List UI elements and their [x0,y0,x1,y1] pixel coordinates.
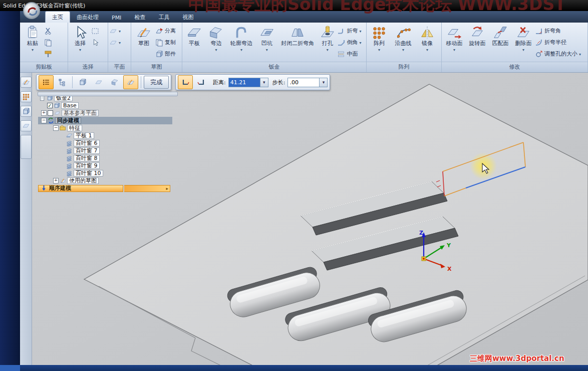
plane-icon [22,122,30,130]
detach-button[interactable]: 分离 [155,25,176,37]
collapse-icon[interactable] [53,125,59,131]
tree-item-louver7[interactable]: 百叶窗 7 [38,147,172,154]
expand-icon[interactable] [53,178,59,183]
pathfinder-toggle-button[interactable] [55,75,70,89]
distance-dropdown-arrow[interactable] [260,78,268,87]
contour-flange-icon [234,25,249,40]
axis-x-label: X [447,266,452,272]
option-button-2[interactable] [91,75,106,89]
tree-item-louver10[interactable]: 百叶窗 10 [38,169,172,177]
select-options-button[interactable] [91,37,99,48]
ordered-modeling-bar[interactable]: 顺序建模 [38,185,123,192]
tab-icon [187,25,202,40]
bend-angle-button[interactable]: 折弯角 [535,25,585,37]
copy-icon [44,39,52,47]
flange-button[interactable]: 弯边 [205,24,227,61]
application-menu-button[interactable] [23,2,40,19]
color-tool-button[interactable] [21,91,32,102]
cut-button[interactable] [44,25,52,37]
tree-item-louver6[interactable]: 百叶窗 6 [38,139,172,147]
pencil-tool-button[interactable] [21,77,32,88]
feature-list-button[interactable] [39,75,54,89]
ribbon-group-sheetmetal: 平板 弯边 轮廓弯边 凹坑 [182,23,367,72]
paste-button[interactable]: 粘贴 [21,24,44,61]
tab-pmi[interactable]: PMI [105,13,128,23]
tree-item-features[interactable]: 特征 [38,124,172,132]
separator [72,76,73,88]
along-curve-button[interactable]: 沿曲线 [391,24,416,61]
tree-item-synchronous[interactable]: 同步建模 [38,117,172,124]
plane-tool-button[interactable] [21,120,32,131]
close-corner-button[interactable]: 封闭二折弯角 [277,24,317,61]
option-button-4[interactable] [123,75,138,89]
tab-inspect[interactable]: 检查 [128,12,152,23]
move-face-button[interactable]: 移动面 [443,24,466,61]
tab-surfacing[interactable]: 曲面处理 [70,12,105,23]
plane-button[interactable] [109,25,121,37]
folder-icon [60,125,66,131]
distance-input[interactable]: 41.21 [228,78,260,87]
tree-item-louver9[interactable]: 百叶窗 9 [38,162,172,169]
cube-tool-button[interactable] [21,106,32,117]
mid-face-button[interactable]: 中面 [337,48,365,60]
step-label: 步长: [272,79,285,86]
tree-item-ref-planes[interactable]: 基本参考平面 [38,109,172,117]
tree-item-base[interactable]: Base [38,102,172,109]
tree-item-tab1[interactable]: 平板 1 [38,132,172,139]
watermark-bottom: 三维网www.3dportal.cn [470,354,564,363]
option-button-1[interactable] [75,75,90,89]
command-bar-scroll-strip[interactable] [38,92,178,96]
rotate-face-icon [470,25,485,40]
fold-direction-button-2[interactable] [194,75,209,89]
command-bar-panel-left: 完成 [36,74,171,90]
delete-face-button[interactable]: 删除面 [512,24,535,61]
pattern-button[interactable]: 阵列 [368,24,391,61]
detach-icon [155,27,163,35]
sketch-icon [127,78,135,86]
format-painter-button[interactable] [44,48,52,60]
tree-item-used-sketches[interactable]: 使用的草图 [38,177,172,184]
tree-item-ordered[interactable]: 顺序建模 ▸ [38,184,172,192]
fold-right-icon [197,78,205,86]
close-corner-icon [290,25,305,40]
paste-icon [25,25,40,40]
checkbox-unchecked[interactable] [48,110,53,116]
sketch-button[interactable]: 草图 [132,24,155,61]
hole-button[interactable]: 打孔 [318,24,338,61]
option-button-3[interactable] [107,75,122,89]
group-label-sketch: 草图 [131,62,182,72]
collapse-icon[interactable] [41,118,47,123]
group-label-plane: 平面 [108,62,131,72]
copy-button[interactable] [44,37,52,48]
step-input[interactable]: .00 [287,78,320,87]
finish-button[interactable]: 完成 [144,76,169,89]
mirror-button[interactable]: 镜像 [416,24,439,61]
tree-item-louver8[interactable]: 百叶窗 8 [38,154,172,162]
rotate-face-button[interactable]: 旋转面 [466,24,489,61]
match-face-button[interactable]: 匹配面 [489,24,512,61]
fold-direction-button-1[interactable] [178,75,193,89]
select-button[interactable]: 选择 [69,24,91,61]
reference-planes-icon [54,110,61,116]
dimple-button[interactable]: 凹坑 [256,24,278,61]
group-label-sheetmetal: 钣金 [182,62,366,72]
group-label-select: 选择 [68,62,108,72]
tab-tools[interactable]: 工具 [152,12,176,23]
copy-sketch-button[interactable]: 复制 [155,37,176,48]
checkbox-checked[interactable] [47,103,53,108]
coincident-plane-button[interactable] [109,37,121,48]
step-dropdown-arrow[interactable] [320,78,328,87]
resize-hole-button[interactable]: 调整孔的大小 [535,48,585,60]
expand-icon[interactable] [41,110,47,116]
tab-feature-button[interactable]: 平板 [183,24,205,61]
dropdown-arrow-icon [119,28,121,34]
bend-button[interactable]: 折弯 [337,25,365,37]
bend-radius-button[interactable]: 折弯半径 [535,37,585,48]
contour-flange-button[interactable]: 轮廓弯边 [227,24,256,61]
tab-view[interactable]: 视图 [176,12,200,23]
tab-home[interactable]: 主页 [45,11,70,23]
component-button[interactable]: 部件 [155,48,176,60]
chamfer-button[interactable]: 倒角 [337,37,365,48]
select-marquee-button[interactable] [91,25,99,37]
collapsed-panel-tab[interactable] [21,135,32,159]
